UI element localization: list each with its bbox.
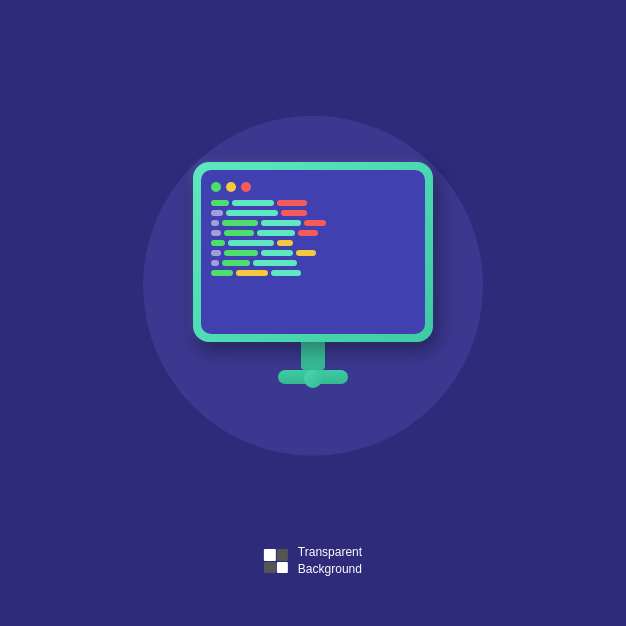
- traffic-lights: [211, 182, 415, 192]
- monitor-stand-circle: [304, 370, 322, 388]
- code-row: [211, 250, 415, 256]
- code-bar: [232, 200, 274, 206]
- code-row: [211, 210, 415, 216]
- code-bar: [271, 270, 301, 276]
- checker-cell-1: [264, 549, 276, 561]
- code-bar: [236, 270, 268, 276]
- code-bar: [224, 230, 254, 236]
- code-bar: [211, 240, 225, 246]
- label-line-2: Background: [298, 561, 362, 578]
- dot-red: [241, 182, 251, 192]
- code-bar: [211, 250, 221, 256]
- code-bar: [261, 250, 293, 256]
- code-bar: [277, 200, 307, 206]
- code-bar: [222, 260, 250, 266]
- code-bar: [277, 240, 293, 246]
- code-row: [211, 270, 415, 276]
- code-bar: [211, 210, 223, 216]
- label-text: Transparent Background: [298, 544, 362, 578]
- checker-cell-4: [276, 562, 288, 574]
- code-bar: [296, 250, 316, 256]
- code-bar: [211, 200, 229, 206]
- code-bar: [261, 220, 301, 226]
- code-bar: [298, 230, 318, 236]
- code-bar: [228, 240, 274, 246]
- code-row: [211, 240, 415, 246]
- bottom-label: Transparent Background: [264, 544, 362, 578]
- code-bar: [211, 220, 219, 226]
- code-row: [211, 260, 415, 266]
- code-bar: [281, 210, 307, 216]
- dot-green: [211, 182, 221, 192]
- code-bar: [253, 260, 297, 266]
- label-line-1: Transparent: [298, 544, 362, 561]
- checker-cell-2: [276, 549, 288, 561]
- code-bar: [226, 210, 278, 216]
- checker-cell-3: [264, 562, 276, 574]
- monitor-body: [193, 162, 433, 342]
- code-row: [211, 200, 415, 206]
- code-bar: [304, 220, 326, 226]
- code-bar: [222, 220, 258, 226]
- code-bar: [211, 230, 221, 236]
- monitor-screen: [201, 170, 425, 334]
- transparent-background-icon: [264, 549, 288, 573]
- code-bar: [257, 230, 295, 236]
- code-row: [211, 220, 415, 226]
- code-lines: [211, 200, 415, 276]
- dot-yellow: [226, 182, 236, 192]
- monitor-neck: [301, 342, 325, 370]
- page-container: Transparent Background: [0, 0, 626, 626]
- code-bar: [211, 260, 219, 266]
- code-bar: [211, 270, 233, 276]
- monitor-wrapper: [193, 162, 433, 384]
- code-row: [211, 230, 415, 236]
- code-bar: [224, 250, 258, 256]
